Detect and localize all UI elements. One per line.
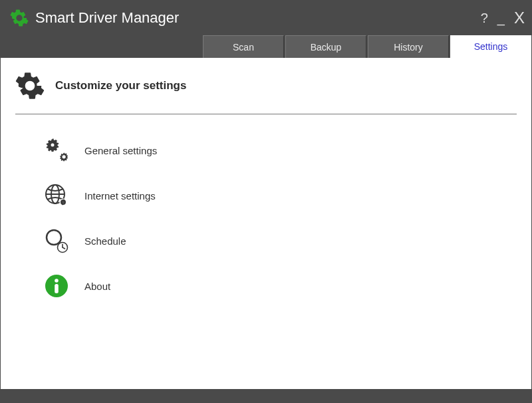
help-icon[interactable]: ? — [481, 11, 488, 25]
settings-item-general[interactable]: General settings — [43, 137, 517, 164]
app-window: Smart Driver Manager ? _ X Scan Backup H… — [0, 0, 532, 403]
tab-label: History — [394, 42, 423, 53]
svg-rect-11 — [55, 284, 59, 293]
page-title: Customize your settings — [55, 79, 186, 92]
svg-point-4 — [47, 230, 61, 245]
globe-gear-icon — [43, 182, 70, 209]
tab-bar: Scan Backup History Settings — [1, 35, 531, 58]
bottom-bar — [1, 389, 531, 402]
close-icon[interactable]: X — [514, 10, 525, 26]
settings-item-label: Internet settings — [84, 190, 156, 202]
magnify-clock-icon — [43, 227, 70, 254]
settings-item-about[interactable]: About — [43, 273, 517, 299]
content-area: Customize your settings — [1, 58, 531, 389]
window-controls: ? _ X — [481, 10, 525, 26]
info-icon — [43, 273, 70, 299]
tab-label: Backup — [311, 42, 342, 53]
app-logo-gear-icon — [10, 9, 29, 27]
tab-history[interactable]: History — [368, 35, 449, 58]
svg-point-10 — [55, 279, 59, 283]
tab-scan[interactable]: Scan — [203, 35, 284, 58]
app-title: Smart Driver Manager — [35, 9, 481, 27]
gear-icon — [15, 71, 45, 100]
minimize-icon[interactable]: _ — [497, 11, 505, 25]
settings-list: General settings — [15, 114, 517, 299]
tab-label: Settings — [474, 41, 508, 52]
settings-item-internet[interactable]: Internet settings — [43, 182, 517, 209]
settings-item-schedule[interactable]: Schedule — [43, 227, 517, 254]
settings-item-label: About — [84, 281, 110, 292]
title-bar: Smart Driver Manager ? _ X — [1, 1, 531, 35]
tab-settings[interactable]: Settings — [450, 35, 531, 58]
settings-item-label: Schedule — [84, 235, 126, 247]
settings-item-label: General settings — [84, 145, 157, 156]
tab-backup[interactable]: Backup — [285, 35, 366, 58]
tab-label: Scan — [233, 42, 254, 53]
gears-icon — [43, 137, 70, 164]
page-header: Customize your settings — [15, 71, 517, 114]
